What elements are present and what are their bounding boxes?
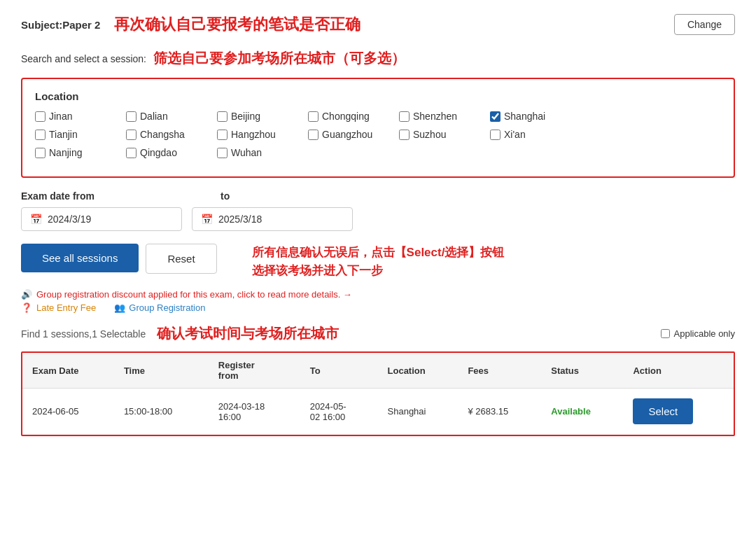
location-title: Location bbox=[35, 90, 721, 102]
buttons-row: See all sessions Reset 所有信息确认无误后，点击【Sele… bbox=[21, 244, 735, 279]
city-changsha[interactable]: Changsha bbox=[126, 129, 217, 140]
location-row-2: Tianjin Changsha Hangzhou Guangzhou Suzh… bbox=[35, 129, 721, 140]
col-status: Status bbox=[541, 353, 623, 389]
from-date-wrap[interactable]: 📅 bbox=[21, 207, 182, 231]
city-suzhou[interactable]: Suzhou bbox=[399, 129, 490, 140]
col-time: Time bbox=[114, 353, 209, 389]
change-button[interactable]: Change bbox=[674, 14, 735, 35]
from-date-input[interactable] bbox=[48, 214, 173, 225]
city-shenzhen[interactable]: Shenzhen bbox=[399, 111, 490, 122]
calendar-icon-to: 📅 bbox=[201, 214, 213, 225]
search-row: Search and select a session: 筛选自己要参加考场所在… bbox=[21, 49, 735, 68]
city-wuhan[interactable]: Wuhan bbox=[217, 147, 308, 158]
sessions-info: Find 1 sessions,1 Selectable bbox=[21, 328, 146, 340]
location-row-1: Jinan Dalian Beijing Chongqing Shenzhen … bbox=[35, 111, 721, 122]
location-row-3: Nanjing Qingdao Wuhan bbox=[35, 147, 721, 158]
city-dalian[interactable]: Dalian bbox=[126, 111, 217, 122]
sessions-annotation: 确认考试时间与考场所在城市 bbox=[157, 324, 339, 343]
sessions-bar: Find 1 sessions,1 Selectable 确认考试时间与考场所在… bbox=[21, 320, 735, 347]
calendar-icon-from: 📅 bbox=[30, 214, 42, 225]
city-qingdao[interactable]: Qingdao bbox=[126, 147, 217, 158]
col-to: To bbox=[300, 353, 378, 389]
group-discount-link[interactable]: Group registration discount applied for … bbox=[36, 289, 352, 300]
speaker-icon: 🔊 bbox=[21, 289, 32, 300]
search-annotation: 筛选自己要参加考场所在城市（可多选） bbox=[153, 49, 405, 68]
table-header-row: Exam Date Time Registerfrom To Location … bbox=[22, 353, 734, 389]
question-icon: ❓ bbox=[21, 302, 32, 313]
date-section: Exam date from to 📅 📅 bbox=[21, 190, 735, 231]
col-exam-date: Exam Date bbox=[22, 353, 114, 389]
col-register-from: Registerfrom bbox=[209, 353, 300, 389]
city-tianjin[interactable]: Tianjin bbox=[35, 129, 126, 140]
applicable-checkbox[interactable] bbox=[661, 329, 670, 338]
select-annotation-block: 所有信息确认无误后，点击【Select/选择】按钮 选择该考场并进入下一步 bbox=[252, 244, 505, 279]
late-entry-notice: ❓ Late Entry Fee 👥 Group Registration bbox=[21, 302, 735, 313]
city-chongqing[interactable]: Chongqing bbox=[308, 111, 399, 122]
city-nanjing[interactable]: Nanjing bbox=[35, 147, 126, 158]
applicable-label: Applicable only bbox=[674, 328, 735, 339]
to-date-wrap[interactable]: 📅 bbox=[192, 207, 353, 231]
city-beijing[interactable]: Beijing bbox=[217, 111, 308, 122]
cell-action[interactable]: Select bbox=[623, 389, 734, 435]
group-registration-text: Group Registration bbox=[129, 302, 205, 313]
city-xian[interactable]: Xi'an bbox=[490, 129, 581, 140]
sessions-table: Exam Date Time Registerfrom To Location … bbox=[21, 351, 735, 436]
applicable-wrap[interactable]: Applicable only bbox=[661, 328, 735, 339]
header-row: Subject:Paper 2 再次确认自己要报考的笔试是否正确 Change bbox=[21, 14, 735, 35]
header-annotation: 再次确认自己要报考的笔试是否正确 bbox=[114, 14, 674, 35]
city-guangzhou[interactable]: Guangzhou bbox=[308, 129, 399, 140]
status-available: Available bbox=[551, 406, 591, 417]
city-hangzhou[interactable]: Hangzhou bbox=[217, 129, 308, 140]
annotation-line2: 选择该考场并进入下一步 bbox=[252, 262, 505, 280]
see-all-sessions-button[interactable]: See all sessions bbox=[21, 244, 139, 272]
from-label: Exam date from bbox=[21, 190, 94, 202]
date-inputs-row: 📅 📅 bbox=[21, 207, 735, 231]
late-entry-text: Late Entry Fee bbox=[36, 302, 96, 313]
search-label: Search and select a session: bbox=[21, 53, 146, 64]
group-icon: 👥 bbox=[114, 302, 125, 313]
annotation-line1: 所有信息确认无误后，点击【Select/选择】按钮 bbox=[252, 244, 505, 262]
col-action: Action bbox=[623, 353, 734, 389]
location-box: Location Jinan Dalian Beijing Chongqing … bbox=[21, 78, 735, 178]
table-row: 2024-06-05 15:00-18:00 2024-03-1816:00 2… bbox=[22, 389, 734, 435]
cell-exam-date: 2024-06-05 bbox=[22, 389, 114, 435]
city-jinan[interactable]: Jinan bbox=[35, 111, 126, 122]
date-labels: Exam date from to bbox=[21, 190, 735, 202]
cell-time: 15:00-18:00 bbox=[114, 389, 209, 435]
to-date-input[interactable] bbox=[218, 214, 344, 225]
notices: 🔊 Group registration discount applied fo… bbox=[21, 289, 735, 313]
city-shanghai[interactable]: Shanghai bbox=[490, 111, 581, 122]
cell-register-from: 2024-03-1816:00 bbox=[209, 389, 300, 435]
cell-to: 2024-05-02 16:00 bbox=[300, 389, 378, 435]
cell-status: Available bbox=[541, 389, 623, 435]
col-location: Location bbox=[378, 353, 458, 389]
select-button[interactable]: Select bbox=[633, 398, 693, 424]
cell-fees: ¥ 2683.15 bbox=[458, 389, 541, 435]
col-fees: Fees bbox=[458, 353, 541, 389]
group-discount-notice[interactable]: 🔊 Group registration discount applied fo… bbox=[21, 289, 735, 300]
cell-location: Shanghai bbox=[378, 389, 458, 435]
subject-label: Subject:Paper 2 bbox=[21, 19, 100, 31]
reset-button[interactable]: Reset bbox=[146, 244, 216, 274]
sessions-table-element: Exam Date Time Registerfrom To Location … bbox=[22, 353, 734, 435]
to-label: to bbox=[220, 190, 230, 202]
